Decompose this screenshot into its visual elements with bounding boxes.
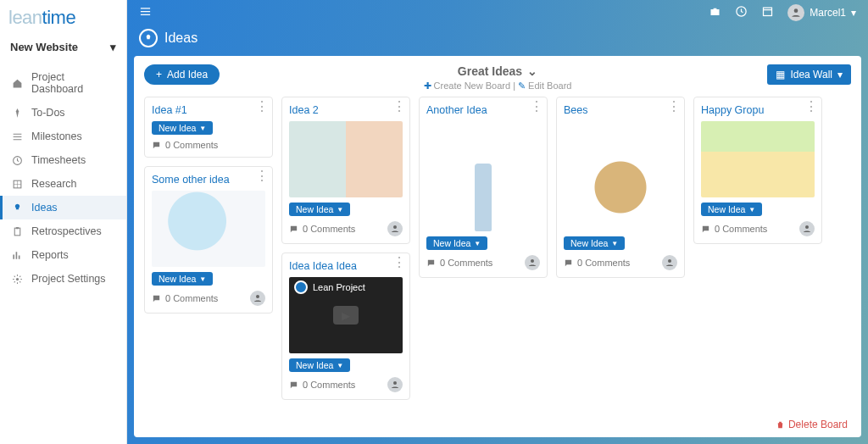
board-title-selector[interactable]: Great Ideas ⌄ bbox=[458, 64, 537, 78]
svg-point-9 bbox=[393, 225, 397, 229]
idea-title[interactable]: Idea Idea Idea bbox=[289, 260, 403, 272]
comments-link[interactable]: 0 Comments bbox=[426, 258, 492, 268]
comments-link[interactable]: 0 Comments bbox=[152, 293, 218, 303]
status-tag[interactable]: New Idea▼ bbox=[289, 358, 350, 372]
board-column: Idea #1⋮New Idea▼0 CommentsSome other id… bbox=[144, 97, 273, 314]
svg-point-11 bbox=[531, 259, 534, 263]
nav-item-milestones[interactable]: Milestones bbox=[0, 125, 126, 148]
nav-item-to-dos[interactable]: To-Dos bbox=[0, 101, 126, 125]
lines-icon bbox=[12, 131, 23, 142]
avatar-icon bbox=[787, 4, 804, 21]
idea-title[interactable]: Idea 2 bbox=[289, 104, 403, 116]
project-selector[interactable]: New Website ▾ bbox=[0, 34, 126, 60]
home-icon bbox=[12, 78, 23, 89]
idea-card: Idea 2⋮New Idea▼0 Comments bbox=[281, 97, 410, 244]
board-icon bbox=[12, 179, 23, 190]
video-thumb[interactable]: Lean Project▶ bbox=[289, 277, 403, 353]
nav-item-project-settings[interactable]: Project Settings bbox=[0, 267, 126, 291]
status-tag[interactable]: New Idea▼ bbox=[701, 203, 762, 216]
comments-link[interactable]: 0 Comments bbox=[701, 224, 767, 234]
card-thumb bbox=[564, 121, 677, 231]
clock-icon[interactable] bbox=[735, 5, 748, 20]
sidebar: leantime New Website ▾ Project Dashboard… bbox=[0, 0, 127, 444]
add-idea-button[interactable]: + Add Idea bbox=[144, 64, 220, 85]
idea-card: Some other idea⋮New Idea▼0 Comments bbox=[144, 166, 273, 314]
nav-item-reports[interactable]: Reports bbox=[0, 243, 126, 267]
project-name: New Website bbox=[10, 41, 78, 53]
idea-title[interactable]: Idea #1 bbox=[152, 104, 265, 116]
idea-title[interactable]: Happy Gropu bbox=[701, 104, 815, 116]
plus-icon: + bbox=[156, 69, 162, 80]
view-mode-button[interactable]: ▦ Idea Wall ▾ bbox=[767, 64, 851, 85]
svg-point-8 bbox=[256, 295, 259, 298]
idea-board: Idea #1⋮New Idea▼0 CommentsSome other id… bbox=[144, 97, 851, 400]
play-icon: ▶ bbox=[333, 306, 359, 325]
status-tag[interactable]: New Idea▼ bbox=[426, 236, 487, 250]
status-tag[interactable]: New Idea▼ bbox=[152, 121, 213, 135]
svg-point-10 bbox=[393, 381, 397, 385]
idea-title[interactable]: Bees bbox=[564, 104, 677, 116]
topbar: Marcel1 ▾ bbox=[127, 0, 868, 25]
clipboard-icon bbox=[12, 226, 23, 237]
card-thumb bbox=[426, 121, 540, 231]
clock-icon bbox=[12, 155, 23, 166]
board-column: Another Idea⋮New Idea▼0 Comments bbox=[419, 97, 548, 278]
card-thumb bbox=[289, 121, 403, 197]
edit-board-link[interactable]: ✎ Edit Board bbox=[518, 80, 571, 91]
idea-card: Bees⋮New Idea▼0 Comments bbox=[556, 97, 685, 278]
nav-item-ideas[interactable]: Ideas bbox=[0, 196, 126, 219]
pin-icon bbox=[12, 108, 23, 119]
more-icon[interactable]: ⋮ bbox=[530, 103, 543, 111]
menu-icon[interactable] bbox=[139, 5, 152, 20]
caret-down-icon: ▾ bbox=[851, 7, 856, 19]
svg-point-12 bbox=[668, 259, 671, 263]
more-icon[interactable]: ⋮ bbox=[255, 103, 269, 111]
card-thumb bbox=[701, 121, 815, 197]
board-column: Bees⋮New Idea▼0 Comments bbox=[556, 97, 685, 278]
assignee-avatar[interactable] bbox=[387, 377, 403, 392]
board-header: + Add Idea ▦ Idea Wall ▾ Great Ideas ⌄ ✚… bbox=[144, 64, 851, 92]
calendar-icon[interactable] bbox=[761, 5, 774, 20]
create-board-link[interactable]: ✚ Create New Board bbox=[424, 80, 511, 91]
idea-title[interactable]: Another Idea bbox=[426, 104, 540, 116]
caret-down-icon: ▾ bbox=[110, 41, 116, 53]
brand-logo: leantime bbox=[0, 0, 126, 34]
gear-icon bbox=[12, 274, 23, 285]
briefcase-icon[interactable] bbox=[709, 5, 721, 20]
nav-item-retrospectives[interactable]: Retrospectives bbox=[0, 219, 126, 243]
comments-link[interactable]: 0 Comments bbox=[152, 140, 218, 150]
more-icon[interactable]: ⋮ bbox=[392, 103, 406, 111]
assignee-avatar[interactable] bbox=[250, 291, 265, 306]
nav-item-timesheets[interactable]: Timesheets bbox=[0, 148, 126, 172]
board-column: Happy Gropu⋮New Idea▼0 Comments bbox=[693, 97, 822, 244]
more-icon[interactable]: ⋮ bbox=[667, 103, 681, 111]
delete-board-link[interactable]: Delete Board bbox=[776, 419, 848, 430]
chevron-down-icon: ⌄ bbox=[527, 64, 537, 78]
svg-rect-6 bbox=[764, 8, 772, 15]
page-title: Ideas bbox=[127, 25, 868, 56]
comments-link[interactable]: 0 Comments bbox=[289, 380, 355, 390]
idea-card: Another Idea⋮New Idea▼0 Comments bbox=[419, 97, 548, 278]
more-icon[interactable]: ⋮ bbox=[804, 103, 818, 111]
board-links: ✚ Create New Board | ✎ Edit Board bbox=[144, 80, 851, 92]
assignee-avatar[interactable] bbox=[799, 221, 815, 236]
svg-rect-3 bbox=[16, 227, 19, 229]
assignee-avatar[interactable] bbox=[662, 255, 677, 270]
nav-item-project-dashboard[interactable]: Project Dashboard bbox=[0, 65, 126, 101]
idea-title[interactable]: Some other idea bbox=[152, 174, 265, 186]
svg-point-13 bbox=[805, 225, 809, 229]
assignee-avatar[interactable] bbox=[387, 221, 403, 236]
comments-link[interactable]: 0 Comments bbox=[289, 224, 355, 234]
status-tag[interactable]: New Idea▼ bbox=[289, 203, 350, 216]
content: + Add Idea ▦ Idea Wall ▾ Great Ideas ⌄ ✚… bbox=[134, 56, 861, 437]
more-icon[interactable]: ⋮ bbox=[255, 172, 269, 180]
more-icon[interactable]: ⋮ bbox=[392, 258, 406, 267]
status-tag[interactable]: New Idea▼ bbox=[564, 236, 625, 250]
nav-item-research[interactable]: Research bbox=[0, 172, 126, 196]
svg-rect-2 bbox=[14, 228, 20, 236]
assignee-avatar[interactable] bbox=[525, 255, 540, 270]
status-tag[interactable]: New Idea▼ bbox=[152, 272, 213, 286]
user-menu[interactable]: Marcel1 ▾ bbox=[787, 4, 856, 21]
svg-point-4 bbox=[16, 277, 19, 280]
comments-link[interactable]: 0 Comments bbox=[564, 258, 630, 268]
